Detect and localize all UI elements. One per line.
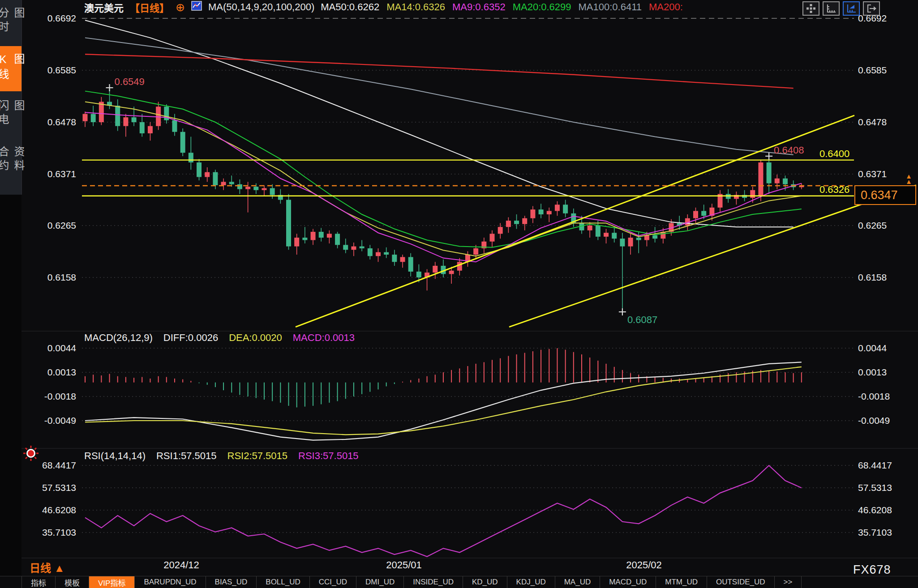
chart-canvas[interactable] (0, 0, 918, 588)
y-axis-label: 0.6478 (25, 117, 76, 128)
sidebar-lower-spacer (0, 195, 21, 588)
legend-item: DEA:0.0020 (229, 332, 282, 344)
y-axis-label: 0.6585 (858, 65, 916, 76)
sidebar-item-kline-chart[interactable]: K线图 (0, 46, 21, 92)
y-axis-label: 0.6265 (25, 220, 76, 231)
rsi-title: RSI(14,14,14) (84, 450, 146, 462)
legend-item: MA20:0.6299 (513, 1, 571, 13)
sidebar: 分时图K线图闪电图合约资料 (0, 0, 22, 195)
legend-item: MA50:0.6262 (321, 1, 379, 13)
chart-header: 澳元美元 【日线】 ⊕ MA(50,14,9,20,100,200) MA50:… (84, 1, 690, 13)
bottom-tab-outside_ud[interactable]: OUTSIDE_UD (707, 576, 775, 588)
ma-legend: MA50:0.6262MA14:0.6326MA9:0.6352MA20:0.6… (321, 1, 690, 13)
symbol-title: 澳元美元 (84, 0, 124, 14)
exit-right-icon[interactable] (863, 1, 880, 16)
chart-toolbar (802, 1, 880, 16)
bottom-tab-vip[interactable]: VIP指标 (89, 576, 135, 588)
y-axis-label: 35.7103 (858, 527, 916, 538)
bottom-tab-inside_ud[interactable]: INSIDE_UD (404, 576, 463, 588)
bottom-tab-cci_ud[interactable]: CCI_UD (310, 576, 356, 588)
bottom-tab-ma_ud[interactable]: MA_UD (555, 576, 601, 588)
axis-chart-icon[interactable] (823, 1, 840, 16)
bottom-tab-barupdn_ud[interactable]: BARUPDN_UD (135, 576, 206, 588)
y-axis-label: 0.6265 (858, 220, 916, 231)
bottom-tab-bar: 指标模板VIP指标BARUPDN_UDBIAS_UDBOLL_UDCCI_UDD… (0, 576, 918, 588)
bottom-tab-dmi_ud[interactable]: DMI_UD (356, 576, 404, 588)
y-axis-label: 0.0044 (858, 343, 916, 354)
bottom-tab-[interactable]: 模板 (56, 576, 89, 588)
bottom-tab-mtm_ud[interactable]: MTM_UD (656, 576, 707, 588)
watermark: FX678 (853, 563, 891, 577)
period-tag: 【日线】 (130, 0, 169, 14)
macd-title: MACD(26,12,9) (84, 332, 153, 344)
legend-item: RSI1:57.5015 (156, 450, 217, 462)
legend-item: RSI2:57.5015 (227, 450, 288, 462)
x-axis-label: 2025/01 (373, 559, 435, 571)
bottom-tab-boll_ud[interactable]: BOLL_UD (257, 576, 309, 588)
y-axis-label: -0.0049 (25, 415, 76, 426)
legend-item: MA9:0.6352 (452, 1, 506, 13)
y-axis-label: 57.5313 (858, 482, 916, 493)
bottom-tab-bias_ud[interactable]: BIAS_UD (206, 576, 257, 588)
y-axis-label: 0.0013 (25, 367, 76, 378)
price-annotation: 0.6087 (627, 314, 657, 326)
price-level-label: 0.6400 (819, 148, 849, 160)
current-price-box: 0.6347 (854, 185, 916, 205)
rsi-legend: RSI(14,14,14) RSI1:57.5015RSI2:57.5015RS… (84, 450, 359, 462)
y-axis-label: 0.6158 (25, 272, 76, 283)
price-up-arrows: ▲▲ (905, 174, 912, 184)
legend-item: MACD:0.0013 (293, 332, 355, 344)
bottom-tab-kdj_ud[interactable]: KDJ_UD (507, 576, 555, 588)
y-axis-label: 0.0013 (858, 367, 916, 378)
y-axis-label: 0.6585 (25, 65, 76, 76)
bottom-tab-[interactable]: 指标 (22, 576, 56, 588)
current-price-value: 0.6347 (861, 188, 898, 202)
y-axis-label: -0.0049 (858, 415, 916, 426)
y-axis-label: 0.6692 (25, 13, 76, 24)
bottom-tab-[interactable]: >> (775, 576, 802, 588)
session-marker-icon (21, 444, 40, 464)
legend-item: DIFF:0.0026 (163, 332, 218, 344)
bottom-tab-macd_ud[interactable]: MACD_UD (600, 576, 656, 588)
x-axis-label: 2025/02 (613, 559, 675, 571)
price-level-label: 0.6326 (819, 184, 849, 196)
tab-bar-spacer (0, 576, 22, 588)
axis-chart-selected-icon[interactable] (843, 1, 860, 16)
legend-item: MA100:0.6411 (579, 1, 642, 13)
sidebar-item-contract-info[interactable]: 合约资料 (0, 139, 21, 193)
bottom-tab-kd_ud[interactable]: KD_UD (463, 576, 507, 588)
y-axis-label: 46.6208 (858, 505, 916, 516)
y-axis-label: -0.0018 (858, 391, 916, 402)
y-axis-label: 46.6208 (25, 505, 76, 516)
macd-legend: MACD(26,12,9) DIFF:0.0026DEA:0.0020MACD:… (84, 332, 355, 344)
legend-item: MA14:0.6326 (386, 1, 445, 13)
chart-type-icon[interactable] (191, 0, 202, 14)
add-circle-icon[interactable]: ⊕ (176, 2, 185, 12)
x-axis-label: 2024/12 (150, 559, 213, 571)
price-annotation: 0.6549 (115, 76, 145, 88)
sidebar-item-time-chart[interactable]: 分时图 (0, 0, 21, 45)
move-grid-icon[interactable] (802, 1, 819, 16)
legend-item: RSI3:57.5015 (298, 450, 359, 462)
y-axis-label: -0.0018 (25, 391, 76, 402)
sidebar-item-flash-chart[interactable]: 闪电图 (0, 93, 21, 137)
y-axis-label: 0.6478 (858, 117, 916, 128)
period-selector[interactable]: 日线 ▲ (30, 559, 64, 575)
legend-item: MA200: (649, 1, 683, 13)
y-axis-label: 68.4417 (858, 460, 916, 471)
price-annotation: 0.6408 (774, 145, 804, 156)
y-axis-label: 0.6371 (25, 169, 76, 179)
y-axis-label: 57.5313 (25, 482, 76, 493)
ma-settings: MA(50,14,9,20,100,200) (208, 1, 314, 13)
y-axis-label: 35.7103 (25, 527, 76, 538)
y-axis-label: 0.6158 (858, 272, 916, 283)
y-axis-label: 0.0044 (25, 343, 76, 354)
